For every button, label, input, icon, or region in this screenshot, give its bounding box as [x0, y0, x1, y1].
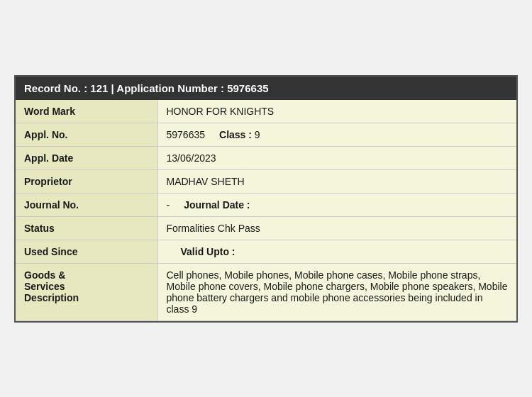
table-row: StatusFormalities Chk Pass — [16, 216, 516, 240]
table-row: Word MarkHONOR FOR KNIGHTS — [16, 100, 516, 123]
value-proprietor: MADHAV SHETH — [157, 169, 516, 193]
card-body: Word MarkHONOR FOR KNIGHTSAppl. No.59766… — [16, 100, 516, 321]
inline-label-appl-no: Class : — [219, 129, 252, 140]
label-status: Status — [16, 216, 157, 240]
label-proprietor: Proprietor — [16, 169, 157, 193]
table-row: Appl. Date13/06/2023 — [16, 146, 516, 169]
value-appl-no: 5976635Class : 9 — [157, 123, 516, 146]
details-table: Word MarkHONOR FOR KNIGHTSAppl. No.59766… — [16, 100, 516, 321]
label-goods-services: Goods & Services Description — [16, 263, 157, 320]
table-row: Journal No.-Journal Date : — [16, 193, 516, 216]
card-header: Record No. : 121 | Application Number : … — [16, 77, 516, 100]
value-word-mark: HONOR FOR KNIGHTS — [157, 100, 516, 123]
label-appl-no: Appl. No. — [16, 123, 157, 146]
table-row: ProprietorMADHAV SHETH — [16, 169, 516, 193]
table-row: Used SinceValid Upto : — [16, 240, 516, 263]
value-status: Formalities Chk Pass — [157, 216, 516, 240]
label-used-since: Used Since — [16, 240, 157, 263]
label-journal-no: Journal No. — [16, 193, 157, 216]
inline-label-used-since: Valid Upto : — [181, 246, 235, 257]
value-text-journal-no: - — [167, 199, 170, 211]
label-appl-date: Appl. Date — [16, 146, 157, 169]
value-goods-services: Cell phones, Mobile phones, Mobile phone… — [157, 263, 516, 320]
inline-label-journal-no: Journal Date : — [184, 199, 250, 211]
value-journal-no: -Journal Date : — [157, 193, 516, 216]
value-appl-date: 13/06/2023 — [157, 146, 516, 169]
value-text-appl-no: 5976635 — [167, 129, 206, 140]
value-used-since: Valid Upto : — [157, 240, 516, 263]
inline-value-appl-no: 9 — [252, 129, 260, 140]
table-row: Goods & Services DescriptionCell phones,… — [16, 263, 516, 320]
trademark-card: Record No. : 121 | Application Number : … — [14, 75, 518, 323]
table-row: Appl. No.5976635Class : 9 — [16, 123, 516, 146]
header-text: Record No. : 121 | Application Number : … — [24, 82, 269, 94]
label-word-mark: Word Mark — [16, 100, 157, 123]
